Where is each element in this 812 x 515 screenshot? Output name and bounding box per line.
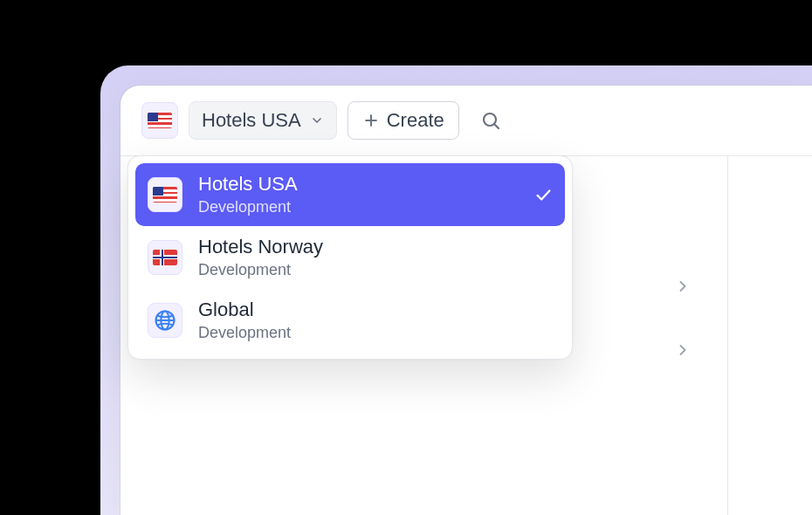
globe-icon bbox=[153, 308, 177, 333]
dropdown-item-title: Global bbox=[198, 298, 553, 323]
dropdown-item-title: Hotels Norway bbox=[198, 235, 553, 260]
dropdown-item-subtitle: Development bbox=[198, 197, 518, 217]
plus-icon bbox=[362, 112, 380, 129]
dropdown-item-subtitle: Development bbox=[198, 260, 553, 280]
toolbar: Hotels USA Create bbox=[120, 86, 812, 156]
dropdown-item-hotels-norway[interactable]: Hotels Norway Development bbox=[135, 226, 565, 289]
dropdown-item-text: Hotels Norway Development bbox=[198, 235, 553, 280]
create-button-label: Create bbox=[387, 109, 444, 132]
chevron-right-icon[interactable] bbox=[674, 278, 692, 295]
project-selector-label: Hotels USA bbox=[202, 109, 301, 132]
dropdown-item-subtitle: Development bbox=[198, 323, 553, 343]
dropdown-item-title: Hotels USA bbox=[198, 172, 518, 197]
flag-badge bbox=[148, 177, 182, 212]
search-icon[interactable] bbox=[480, 110, 501, 131]
project-selector-button[interactable]: Hotels USA bbox=[189, 101, 337, 140]
dropdown-item-global[interactable]: Global Development bbox=[135, 289, 565, 352]
project-dropdown-panel: Hotels USA Development Hotels Norway Dev… bbox=[127, 155, 573, 360]
dropdown-item-text: Global Development bbox=[198, 298, 553, 343]
chevron-down-icon bbox=[310, 113, 324, 127]
app-window: Hotels USA Create bbox=[120, 86, 812, 515]
flag-us-icon bbox=[148, 113, 172, 128]
dropdown-item-text: Hotels USA Development bbox=[198, 172, 518, 217]
dropdown-item-hotels-usa[interactable]: Hotels USA Development bbox=[135, 163, 565, 226]
flag-no-icon bbox=[153, 250, 177, 265]
chevron-right-icon[interactable] bbox=[674, 341, 692, 359]
flag-us-icon bbox=[153, 187, 177, 203]
create-button[interactable]: Create bbox=[348, 101, 459, 140]
flag-badge bbox=[148, 303, 182, 338]
svg-line-3 bbox=[494, 124, 499, 128]
sidebar-divider bbox=[727, 155, 728, 515]
flag-badge bbox=[148, 240, 182, 275]
current-project-flag bbox=[141, 102, 178, 139]
check-icon bbox=[533, 185, 553, 204]
